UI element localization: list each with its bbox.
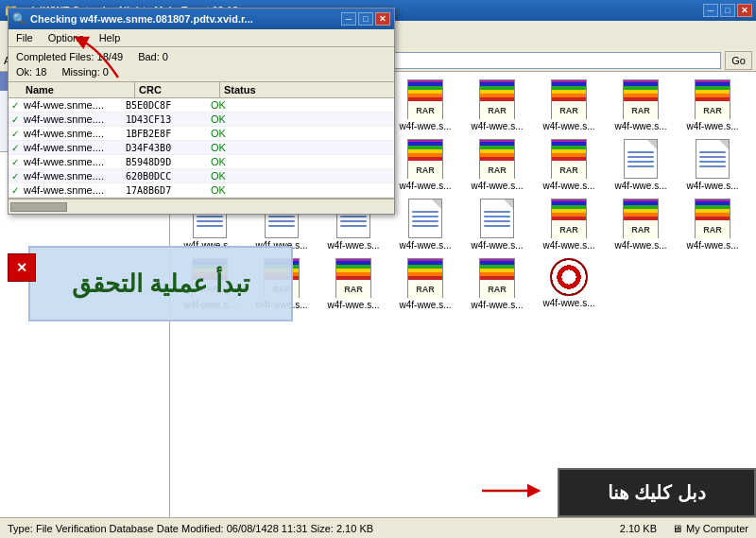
checker-menu-file[interactable]: File: [12, 31, 37, 44]
doc-label-1: w4f-wwe.s...: [614, 181, 666, 191]
row-crc-4: D34F43B0: [122, 142, 207, 154]
checker-menu-help[interactable]: Help: [95, 31, 125, 44]
checker-maximize-btn[interactable]: □: [358, 12, 373, 26]
file-item-rar-8[interactable]: RAR w4f-wwe.s...: [680, 79, 745, 131]
row-crc-5: B5948D9D: [122, 156, 207, 168]
row-crc-6: 620B0DCC: [122, 170, 207, 182]
rar-icon-17: RAR: [695, 199, 730, 238]
status-size: 2.10 KB: [620, 523, 657, 534]
rar-icon-5: RAR: [479, 79, 515, 119]
target-icon: [550, 258, 588, 296]
file-item-rar-22[interactable]: RAR w4f-wwe.s...: [465, 258, 529, 310]
file-item-rar-14[interactable]: RAR w4f-wwe.s...: [537, 139, 601, 191]
explorer-close-btn[interactable]: ✕: [737, 4, 752, 17]
file-label-15: w4f-wwe.s...: [542, 240, 594, 251]
checker-menubar: File Options Help: [9, 29, 394, 47]
explorer-titlebar-buttons: ─ □ ✕: [703, 4, 752, 17]
rar-icon-4: RAR: [407, 79, 443, 119]
checker-row-3: ✓ w4f-wwe.snme.... 1BFB2E8F OK: [9, 127, 394, 141]
checker-menu-options[interactable]: Options: [44, 31, 88, 44]
row-status-3: OK: [207, 127, 394, 140]
checker-table-header: Name CRC Status: [9, 81, 394, 98]
checker-crc-header: CRC: [135, 82, 220, 97]
file-item-rar-5[interactable]: RAR w4f-wwe.s...: [465, 79, 529, 131]
checker-name-header: Name: [22, 82, 135, 97]
checker-status-header: Status: [220, 82, 394, 97]
file-item-rar-6[interactable]: RAR w4f-wwe.s...: [537, 79, 601, 131]
file-item-doc-2[interactable]: w4f-wwe.s...: [680, 139, 745, 191]
row-crc-7: 17A8B6D7: [122, 184, 207, 197]
checker-missing: Missing: 0: [61, 66, 109, 78]
row-status-4: OK: [207, 141, 394, 154]
status-computer-area: 🖥 My Computer: [672, 523, 748, 534]
file-item-rar-7[interactable]: RAR w4f-wwe.s...: [609, 79, 673, 131]
check-icon-3: ✓: [9, 127, 22, 140]
rar-icon-7: RAR: [623, 79, 659, 119]
file-label-12: w4f-wwe.s...: [399, 181, 451, 191]
checker-bad: Bad: 0: [138, 51, 168, 62]
checker-dialog: 🔍 Checking w4f-wwe.snme.081807.pdtv.xvid…: [8, 8, 395, 215]
file-item-rar-21[interactable]: RAR w4f-wwe.s...: [393, 258, 457, 310]
checker-completed: Completed Files: 18/49: [16, 51, 123, 62]
file-label-14: w4f-wwe.s...: [542, 181, 594, 191]
checker-titlebar-buttons: ─ □ ✕: [341, 12, 390, 26]
checker-titlebar: 🔍 Checking w4f-wwe.snme.081807.pdtv.xvid…: [9, 9, 394, 29]
file-item-rar-4[interactable]: RAR w4f-wwe.s...: [393, 79, 457, 131]
doc-icon-2: [696, 139, 730, 179]
checker-scrollbar-h[interactable]: [9, 199, 394, 214]
status-computer-label: My Computer: [686, 523, 748, 534]
rar-icon-14: RAR: [551, 139, 587, 179]
checker-stats-row2: Ok: 18 Missing: 0: [9, 66, 394, 81]
close-x-button[interactable]: ✕: [8, 253, 36, 282]
checker-minimize-btn[interactable]: ─: [341, 12, 356, 26]
row-status-1: OK: [207, 98, 394, 112]
file-item-rar-20[interactable]: RAR w4f-wwe.s...: [321, 258, 386, 310]
rar-icon-8: RAR: [695, 79, 730, 119]
file-label-7: w4f-wwe.s...: [614, 121, 666, 131]
checker-row-1: ✓ w4f-wwe.snme.... B5E0DC8F OK: [9, 98, 394, 113]
rar-icon-13: RAR: [479, 139, 515, 179]
arabic-verify-text: تبدأ عملية التحقق: [72, 269, 249, 299]
file-label-20: w4f-wwe.s...: [327, 300, 379, 310]
check-icon-6: ✓: [9, 169, 22, 182]
status-bar: Type: File Verification Database Date Mo…: [0, 517, 756, 538]
checker-close-btn[interactable]: ✕: [375, 12, 390, 26]
file-item-doc-7[interactable]: w4f-wwe.s...: [465, 199, 529, 251]
row-crc-2: 1D43CF13: [122, 113, 207, 126]
row-name-1: w4f-wwe.snme....: [22, 98, 122, 112]
row-name-5: w4f-wwe.snme....: [22, 155, 122, 168]
file-item-rar-16[interactable]: RAR w4f-wwe.s...: [609, 199, 673, 251]
scrollbar-thumb[interactable]: [10, 202, 67, 212]
row-status-7: OK: [207, 183, 394, 197]
go-button[interactable]: Go: [725, 51, 752, 70]
file-item-rar-17[interactable]: RAR w4f-wwe.s...: [680, 199, 745, 251]
file-label-17: w4f-wwe.s...: [686, 240, 738, 251]
checker-row-6: ✓ w4f-wwe.snme.... 620B0DCC OK: [9, 169, 394, 183]
doc-label-5: w4f-wwe.s...: [327, 240, 379, 251]
file-item-rar-15[interactable]: RAR w4f-wwe.s...: [537, 199, 601, 251]
checker-row-2: ✓ w4f-wwe.snme.... 1D43CF13 OK: [9, 113, 394, 127]
file-label-21: w4f-wwe.s...: [399, 300, 451, 310]
click-here-overlay: دبل كليك هنا: [558, 468, 756, 517]
file-item-rar-13[interactable]: RAR w4f-wwe.s...: [465, 139, 529, 191]
check-icon-5: ✓: [9, 155, 22, 168]
rar-icon-15: RAR: [551, 199, 587, 238]
rar-icon-22: RAR: [479, 258, 515, 298]
file-item-rar-12[interactable]: RAR w4f-wwe.s...: [393, 139, 457, 191]
file-item-doc-6[interactable]: w4f-wwe.s...: [393, 199, 457, 251]
file-item-target[interactable]: w4f-wwe.s...: [537, 258, 601, 310]
file-label-5: w4f-wwe.s...: [471, 121, 523, 131]
checker-title-label: Checking w4f-wwe.snme.081807.pdtv.xvid.r…: [30, 13, 253, 25]
status-right: 2.10 KB 🖥 My Computer: [620, 523, 748, 534]
file-item-doc-1[interactable]: w4f-wwe.s...: [609, 139, 673, 191]
checker-rows: ✓ w4f-wwe.snme.... B5E0DC8F OK ✓ w4f-wwe…: [9, 98, 394, 199]
rar-icon-21: RAR: [407, 258, 443, 298]
row-name-4: w4f-wwe.snme....: [22, 141, 122, 154]
file-label-13: w4f-wwe.s...: [471, 181, 523, 191]
computer-icon-status: 🖥: [672, 523, 682, 534]
row-name-3: w4f-wwe.snme....: [22, 127, 122, 140]
explorer-minimize-btn[interactable]: ─: [703, 4, 718, 17]
explorer-maximize-btn[interactable]: □: [720, 4, 735, 17]
checker-row-7: ✓ w4f-wwe.snme.... 17A8B6D7 OK: [9, 183, 394, 198]
checker-row-5: ✓ w4f-wwe.snme.... B5948D9D OK: [9, 155, 394, 169]
